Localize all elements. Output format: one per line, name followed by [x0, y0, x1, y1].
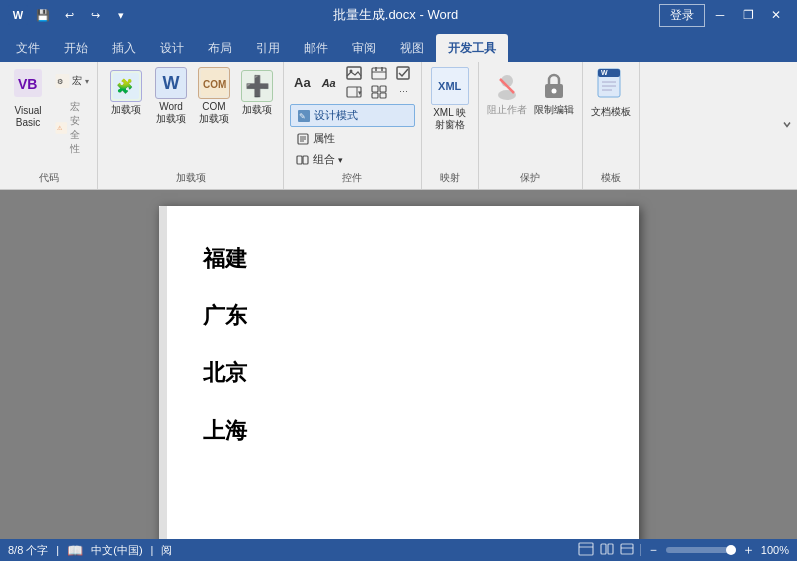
mapping-group-content: XML XML 映射窗格 — [428, 64, 472, 169]
minimize-button[interactable]: ─ — [707, 2, 733, 28]
spell-check-icon: 📖 — [67, 543, 83, 558]
code-group-content: VB Visual Basic ⚙ 宏 ▾ ⚠ 宏安全性 — [6, 64, 91, 169]
block-authors-button[interactable]: 阻止作者 — [485, 64, 529, 122]
macro-dropdown-arrow: ▾ — [85, 77, 89, 86]
xml-mapping-button[interactable]: XML XML 映射窗格 — [428, 64, 472, 134]
restore-button[interactable]: ❐ — [735, 2, 761, 28]
visual-basic-label: Visual Basic — [8, 105, 48, 129]
date-ctrl-btn[interactable] — [368, 64, 390, 82]
template-group-label: 模板 — [601, 171, 621, 187]
xml-mapping-icon: XML — [431, 67, 469, 105]
view-read-btn[interactable] — [600, 542, 614, 558]
svg-rect-15 — [372, 68, 386, 79]
template-group-content: W 文档模板 — [589, 64, 633, 169]
title-bar-right: 登录 ─ ❐ ✕ — [659, 2, 789, 28]
undo-quick-btn[interactable]: ↩ — [58, 4, 80, 26]
word-letter: W — [163, 73, 180, 94]
group-icon — [296, 153, 310, 167]
text-content-control-btn[interactable]: Aa — [290, 73, 315, 92]
page-left-margin — [159, 206, 167, 539]
more-ctrl-btn[interactable]: ⋯ — [393, 83, 415, 101]
svg-rect-20 — [380, 86, 386, 92]
tab-home[interactable]: 开始 — [52, 34, 100, 62]
zoom-slider[interactable] — [666, 547, 736, 553]
group-button[interactable]: 组合 ▾ — [290, 150, 415, 169]
checkbox-ctrl-btn[interactable] — [393, 64, 415, 82]
login-button[interactable]: 登录 — [659, 4, 705, 27]
word-addins-button[interactable]: W Word加载项 — [151, 64, 191, 128]
doc-line-1: 福建 — [203, 230, 599, 287]
word-addins-label: Word加载项 — [156, 101, 186, 125]
macro-security-button[interactable]: ⚠ 宏安全性 — [53, 98, 91, 158]
zoom-out-btn[interactable]: － — [647, 541, 660, 559]
com-addins-icon: COM — [198, 67, 230, 99]
picture-content-control-btn[interactable]: Aa — [318, 75, 340, 91]
building-block-ctrl-btn[interactable] — [368, 83, 390, 101]
combo-ctrl-btn[interactable]: ▾ — [343, 83, 365, 101]
word-addins-icon: W — [155, 67, 187, 99]
addins-group-content: 🧩 加载项 W Word加载项 COM COM加载项 — [104, 64, 277, 169]
svg-rect-22 — [380, 93, 386, 98]
ribbon-group-addins: 🧩 加载项 W Word加载项 COM COM加载项 — [98, 62, 284, 189]
xml-mapping-label: XML 映射窗格 — [430, 107, 470, 131]
language-label: 中文(中国) — [91, 543, 142, 558]
ctrl-icons-col1: ▾ — [343, 64, 365, 101]
macro-button[interactable]: ⚙ 宏 ▾ — [53, 66, 91, 96]
app-window: W 💾 ↩ ↪ ▾ 批量生成.docx - Word 登录 ─ ❐ ✕ 文件 开… — [0, 0, 797, 561]
document-content: 福建 广东 北京 上海 — [199, 230, 599, 459]
properties-label: 属性 — [313, 131, 335, 146]
macro-label: 宏 — [72, 74, 82, 88]
redo-quick-btn[interactable]: ↪ — [84, 4, 106, 26]
tab-developer[interactable]: 开发工具 — [436, 34, 508, 62]
tab-insert[interactable]: 插入 — [100, 34, 148, 62]
tab-design[interactable]: 设计 — [148, 34, 196, 62]
ribbon-group-mapping: XML XML 映射窗格 映射 — [422, 62, 479, 189]
word-icon: W — [8, 5, 28, 25]
save-quick-btn[interactable]: 💾 — [32, 4, 54, 26]
tab-references[interactable]: 引用 — [244, 34, 292, 62]
title-text: 批量生成.docx - Word — [132, 6, 659, 24]
com-addins-label: COM加载项 — [199, 101, 229, 125]
restrict-editing-button[interactable]: 限制编辑 — [532, 64, 576, 122]
view-web-btn[interactable] — [620, 542, 634, 558]
tab-review[interactable]: 审阅 — [340, 34, 388, 62]
visual-basic-icon: VB — [12, 67, 44, 103]
addins-button[interactable]: 🧩 加载项 — [104, 64, 148, 122]
image-ctrl-btn[interactable] — [343, 64, 365, 82]
doc-line-2: 广东 — [203, 287, 599, 344]
document-area: 福建 广东 北京 上海 — [0, 190, 797, 539]
ribbon-expand-btn[interactable] — [781, 118, 793, 133]
ctrl-icons-col3: ⋯ — [393, 64, 415, 101]
ctrl-icons-col2 — [368, 64, 390, 101]
zoom-in-btn[interactable]: ＋ — [742, 541, 755, 559]
svg-rect-46 — [608, 544, 613, 554]
tab-view[interactable]: 视图 — [388, 34, 436, 62]
svg-rect-45 — [601, 544, 606, 554]
svg-text:▾: ▾ — [358, 89, 362, 96]
ribbon-tab-bar: 文件 开始 插入 设计 布局 引用 邮件 审阅 视图 开发工具 🔍 👤 共享 — [0, 30, 797, 62]
group-label: 组合 — [313, 152, 335, 167]
view-layout-btn[interactable] — [578, 542, 594, 558]
design-mode-button[interactable]: ✎ 设计模式 — [290, 104, 415, 127]
close-button[interactable]: ✕ — [763, 2, 789, 28]
word-count: 8/8 个字 — [8, 543, 48, 558]
status-right: － ＋ 100% — [578, 541, 789, 559]
block-authors-label: 阻止作者 — [487, 104, 527, 116]
tab-mailing[interactable]: 邮件 — [292, 34, 340, 62]
restrict-editing-icon — [538, 70, 570, 102]
restrict-editing-label: 限制编辑 — [534, 104, 574, 116]
properties-button[interactable]: 属性 — [290, 129, 415, 148]
protect-group-content: 阻止作者 限制编辑 — [485, 64, 576, 169]
addins-group-label: 加载项 — [176, 171, 206, 187]
ribbon-group-controls: Aa Aa ▾ — [284, 62, 422, 189]
svg-text:⚙: ⚙ — [57, 78, 63, 85]
tab-layout[interactable]: 布局 — [196, 34, 244, 62]
insert-addins-button[interactable]: ➕ 加载项 — [237, 64, 277, 122]
doc-template-button[interactable]: W 文档模板 — [589, 64, 633, 122]
visual-basic-button[interactable]: VB Visual Basic — [6, 64, 50, 132]
customize-quick-btn[interactable]: ▾ — [110, 4, 132, 26]
svg-text:🧩: 🧩 — [116, 78, 134, 95]
tab-file[interactable]: 文件 — [4, 34, 52, 62]
doc-template-label: 文档模板 — [591, 106, 631, 118]
com-addins-button[interactable]: COM COM加载项 — [194, 64, 234, 128]
